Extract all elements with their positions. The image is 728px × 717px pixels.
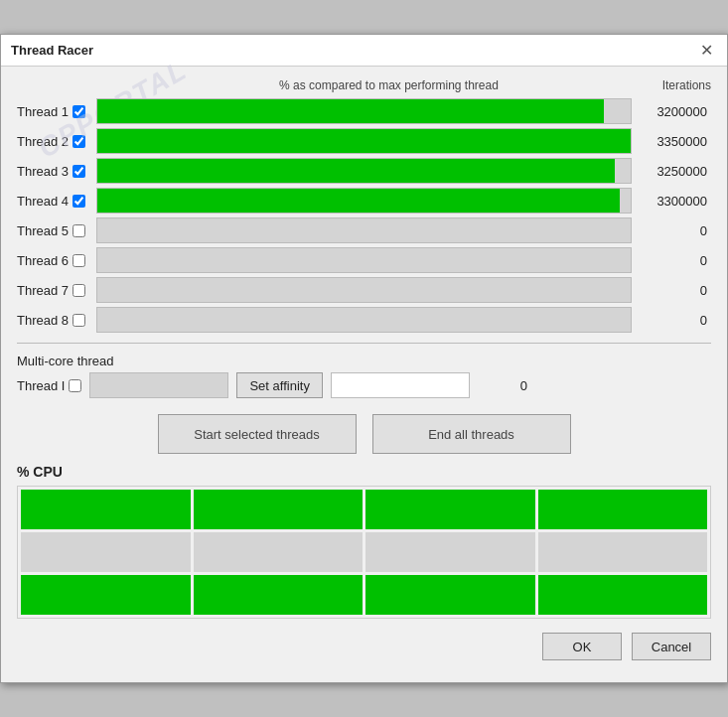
thread-1-checkbox[interactable] [73,105,85,118]
thread-label: Thread 1 [17,104,96,119]
thread-2-iterations: 3350000 [632,134,711,149]
cpu-cell-r1-c0 [21,532,191,572]
thread-8-bar [96,307,632,333]
thread-row: Thread 43300000 [17,188,711,214]
percent-header: % as compared to max performing thread [146,78,632,92]
cpu-section: % CPU [17,464,711,619]
main-window: Thread Racer ✕ CPPORTAL % as compared to… [0,34,728,683]
multicore-thread-label: Thread I [17,378,81,393]
threads-list: Thread 13200000Thread 23350000Thread 332… [17,98,711,333]
cpu-cell-fill-r2-c0 [21,575,191,615]
thread-row: Thread 23350000 [17,128,711,154]
thread-label: Thread 5 [17,223,96,238]
thread-label: Thread 2 [17,134,96,149]
iterations-header: Iterations [632,78,711,92]
title-bar: Thread Racer ✕ [1,35,727,67]
thread-7-iterations: 0 [632,283,711,298]
thread-4-checkbox[interactable] [73,195,85,208]
cpu-cell-r0-c2 [365,490,535,529]
cpu-cell-r2-c1 [194,575,364,615]
window-title: Thread Racer [11,43,93,58]
cpu-cell-r0-c0 [21,490,191,529]
thread-8-iterations: 0 [632,313,711,328]
thread-label: Thread 8 [17,313,96,328]
multicore-row: Thread I Set affinity 0 [17,372,711,398]
thread-3-checkbox[interactable] [73,165,85,178]
cpu-cell-fill-r0-c2 [365,490,535,529]
multicore-iterations: 0 [478,378,527,393]
thread-7-checkbox[interactable] [73,284,85,297]
close-button[interactable]: ✕ [696,41,717,60]
end-threads-button[interactable]: End all threads [372,414,571,454]
cpu-grid [17,486,711,619]
thread-row: Thread 50 [17,217,711,243]
thread-5-bar [96,217,632,243]
cpu-cell-fill-r0-c3 [538,490,708,529]
cpu-cell-r0-c1 [194,490,364,529]
ok-button[interactable]: OK [542,633,622,660]
affinity-input[interactable] [331,372,470,398]
thread-2-bar-fill [97,129,631,153]
cpu-title: % CPU [17,464,711,480]
cpu-cell-r2-c0 [21,575,191,615]
thread-row: Thread 80 [17,307,711,333]
cpu-cell-r0-c3 [538,490,708,529]
action-buttons: Start selected threads End all threads [17,414,711,454]
thread-label: Thread 3 [17,164,96,179]
thread-4-bar-fill [97,189,620,213]
thread-5-iterations: 0 [632,223,711,238]
thread-4-bar [96,188,632,214]
multicore-section: Multi-core thread Thread I Set affinity … [17,354,711,398]
cpu-cell-fill-r2-c2 [365,575,535,615]
thread-3-iterations: 3250000 [632,164,711,179]
thread-row: Thread 13200000 [17,98,711,124]
thread-4-iterations: 3300000 [632,194,711,209]
cancel-button[interactable]: Cancel [632,633,711,660]
thread-3-bar [96,158,632,184]
thread-5-checkbox[interactable] [73,224,85,237]
thread-2-checkbox[interactable] [73,135,85,148]
start-threads-button[interactable]: Start selected threads [158,414,357,454]
multicore-title: Multi-core thread [17,354,711,368]
thread-1-bar-fill [97,99,604,123]
cpu-cell-fill-r2-c3 [538,575,708,615]
thread-8-checkbox[interactable] [73,314,85,327]
footer-row: OK Cancel [17,633,711,670]
thread-6-checkbox[interactable] [73,254,85,267]
cpu-cell-r1-c2 [365,532,535,572]
thread-6-bar [96,247,632,273]
thread-label: Thread 4 [17,194,96,209]
multicore-input[interactable] [89,372,228,398]
thread-7-bar [96,277,632,303]
cpu-cell-r2-c2 [365,575,535,615]
cpu-cell-r1-c1 [194,532,364,572]
thread-row: Thread 33250000 [17,158,711,184]
thread-3-bar-fill [97,159,615,183]
thread-1-bar [96,98,632,124]
set-affinity-button[interactable]: Set affinity [236,372,322,398]
multicore-thread-checkbox[interactable] [69,379,81,392]
cpu-cell-r1-c3 [538,532,708,572]
cpu-cell-fill-r0-c0 [21,490,191,529]
cpu-cell-fill-r2-c1 [194,575,364,615]
column-header: % as compared to max performing thread I… [17,78,711,92]
thread-row: Thread 70 [17,277,711,303]
thread-label: Thread 7 [17,283,96,298]
thread-row: Thread 60 [17,247,711,273]
cpu-cell-r2-c3 [538,575,708,615]
thread-1-iterations: 3200000 [632,104,711,119]
thread-2-bar [96,128,632,154]
thread-label: Thread 6 [17,253,96,268]
cpu-cell-fill-r0-c1 [194,490,364,529]
thread-6-iterations: 0 [632,253,711,268]
divider [17,343,711,344]
